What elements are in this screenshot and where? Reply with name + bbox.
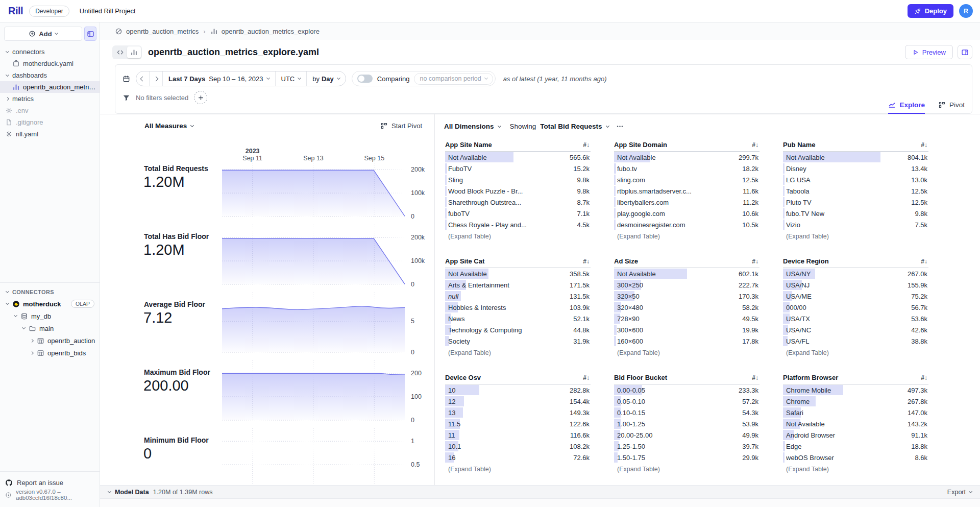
preview-button[interactable]: Preview <box>905 45 953 59</box>
leaderboard-row[interactable]: libertyballers.com11.2k <box>614 197 760 208</box>
viz-view-button[interactable] <box>127 46 141 58</box>
more-options-icon[interactable] <box>616 123 624 130</box>
leaderboard-row[interactable]: 1.00-1.2553.9k <box>614 418 760 429</box>
showing-measure-dropdown[interactable]: Showing Total Bid Requests <box>510 123 609 130</box>
sort-indicator[interactable]: #↓ <box>921 374 928 381</box>
measure-chart[interactable] <box>222 165 405 216</box>
deploy-button[interactable]: Deploy <box>908 4 953 18</box>
leaderboard-row[interactable]: desmoinesregister.com10.5k <box>614 219 760 230</box>
sidebar-item-openrtb-auction-metrics-expl-[interactable]: openrtb_auction_metrics_expl... <box>0 81 100 93</box>
leaderboard-row[interactable]: Chrome Mobile497.3k <box>783 384 928 396</box>
expand-table-link[interactable]: (Expand Table) <box>783 347 928 359</box>
leaderboard-row[interactable]: 1.50-1.7529.9k <box>614 452 760 463</box>
leaderboard-row[interactable]: 1.25-1.5039.7k <box>614 441 760 452</box>
expand-table-link[interactable]: (Expand Table) <box>783 230 928 243</box>
leaderboard-header[interactable]: Device Region#↓ <box>783 255 928 268</box>
sidebar-collapse-button[interactable] <box>84 27 96 41</box>
sort-indicator[interactable]: #↓ <box>752 374 760 381</box>
leaderboard-row[interactable]: 160×60017.8k <box>614 335 760 347</box>
leaderboard-row[interactable]: 12154.4k <box>445 396 591 407</box>
leaderboard-header[interactable]: Bid Floor Bucket#↓ <box>614 371 760 384</box>
leaderboard-row[interactable]: webOS Browser8.6k <box>783 452 928 463</box>
leaderboard-row[interactable]: rtbplus.smartadserver.c...11.6k <box>614 185 760 197</box>
add-filter-button[interactable] <box>194 91 207 104</box>
sidebar-item-metrics[interactable]: metrics <box>0 93 100 105</box>
leaderboard-row[interactable]: Android Browser91.1k <box>783 429 928 441</box>
leaderboard-header[interactable]: App Site Domain#↓ <box>614 138 760 152</box>
leaderboard-row[interactable]: 0.05-0.1057.2k <box>614 396 760 407</box>
leaderboard-row[interactable]: null131.5k <box>445 291 591 302</box>
leaderboard-row[interactable]: Sharethrough Outstrea...8.7k <box>445 197 591 208</box>
all-measures-dropdown[interactable]: All Measures <box>144 122 193 130</box>
expand-table-link[interactable]: (Expand Table) <box>445 347 591 359</box>
measure-chart[interactable] <box>222 233 405 284</box>
expand-table-link[interactable]: (Expand Table) <box>614 463 760 475</box>
connector-item-openrtb_auction[interactable]: openrtb_auction <box>0 334 100 347</box>
grain-dropdown[interactable]: byDay <box>307 71 346 86</box>
sort-indicator[interactable]: #↓ <box>921 258 928 265</box>
sidebar-item-motherduck-yaml[interactable]: motherduck.yaml <box>0 58 100 69</box>
leaderboard-row[interactable]: Edge18.8k <box>783 441 928 452</box>
leaderboard-row[interactable]: Disney13.4k <box>783 163 928 174</box>
expand-table-link[interactable]: (Expand Table) <box>614 347 760 359</box>
leaderboard-row[interactable]: fubo.TV New9.8k <box>783 208 928 219</box>
leaderboard-row[interactable]: Arts & Entertainment171.5k <box>445 279 591 291</box>
leaderboard-row[interactable]: Not Available804.1k <box>783 152 928 163</box>
leaderboard-row[interactable]: 10282.8k <box>445 384 591 396</box>
export-button[interactable]: Export <box>937 489 972 496</box>
rill-logo[interactable]: Rill <box>8 5 23 17</box>
leaderboard-row[interactable]: 11116.6k <box>445 429 591 441</box>
leaderboard-row[interactable]: Wood Block Puzzle - Br...9.8k <box>445 185 591 197</box>
measure-chart[interactable] <box>222 301 405 352</box>
leaderboard-row[interactable]: 11.5122.6k <box>445 418 591 429</box>
add-button[interactable]: Add <box>4 27 82 41</box>
timezone-dropdown[interactable]: UTC <box>276 71 307 86</box>
sort-indicator[interactable]: #↓ <box>752 141 760 149</box>
leaderboard-row[interactable]: USA/TX53.6k <box>783 313 928 324</box>
measure-chart[interactable] <box>222 369 405 420</box>
leaderboard-row[interactable]: Society31.9k <box>445 335 591 347</box>
next-period-button[interactable] <box>150 71 163 86</box>
sidebar-item--env[interactable]: .env <box>0 105 100 116</box>
leaderboard-row[interactable]: 728×9049.5k <box>614 313 760 324</box>
leaderboard-row[interactable]: 1672.6k <box>445 452 591 463</box>
leaderboard-row[interactable]: Hobbies & Interests103.9k <box>445 302 591 313</box>
leaderboard-row[interactable]: Not Available299.7k <box>614 152 760 163</box>
sort-indicator[interactable]: #↓ <box>583 141 591 149</box>
sidebar-item-dashboards[interactable]: dashboards <box>0 69 100 81</box>
connector-item-main[interactable]: main <box>0 322 100 334</box>
measure-label[interactable]: Maximum Bid Floor <box>144 368 226 376</box>
leaderboard-row[interactable]: Vizio7.5k <box>783 219 928 230</box>
leaderboard-row[interactable]: USA/ME75.2k <box>783 291 928 302</box>
sidebar-item-rill-yaml[interactable]: rill.yaml <box>0 128 100 140</box>
time-range-dropdown[interactable]: Last 7 Days Sep 10 – 16, 2023 <box>163 71 276 86</box>
connector-motherduck[interactable]: motherduck OLAP <box>0 298 100 310</box>
leaderboard-row[interactable]: LG USA13.0k <box>783 174 928 185</box>
leaderboard-row[interactable]: Technology & Computing44.8k <box>445 324 591 335</box>
tab-explore[interactable]: Explore <box>888 101 925 114</box>
expand-table-link[interactable]: (Expand Table) <box>445 463 591 475</box>
tab-pivot[interactable]: Pivot <box>938 101 965 114</box>
leaderboard-row[interactable]: Not Available143.2k <box>783 418 928 429</box>
leaderboard-row[interactable]: USA/NY267.0k <box>783 268 928 279</box>
leaderboard-row[interactable]: Not Available602.1k <box>614 268 760 279</box>
leaderboard-row[interactable]: sling.com12.5k <box>614 174 760 185</box>
leaderboard-row[interactable]: fubo.tv18.2k <box>614 163 760 174</box>
leaderboard-row[interactable]: 300×250222.7k <box>614 279 760 291</box>
leaderboard-row[interactable]: 20.00-25.0049.9k <box>614 429 760 441</box>
avatar[interactable]: R <box>959 4 973 18</box>
sort-indicator[interactable]: #↓ <box>583 374 591 381</box>
sort-indicator[interactable]: #↓ <box>752 258 760 265</box>
sort-indicator[interactable]: #↓ <box>583 258 591 265</box>
model-data-toggle[interactable]: Model Data 1.20M of 1.39M rows <box>108 489 212 496</box>
leaderboard-row[interactable]: 13149.3k <box>445 407 591 418</box>
leaderboard-row[interactable]: USA/NC42.6k <box>783 324 928 335</box>
leaderboard-row[interactable]: 320×50170.3k <box>614 291 760 302</box>
leaderboard-row[interactable]: News52.1k <box>445 313 591 324</box>
breadcrumb-metrics[interactable]: openrtb_auction_metrics <box>115 28 199 35</box>
prev-period-button[interactable] <box>136 71 150 86</box>
leaderboard-row[interactable]: 10.1108.2k <box>445 441 591 452</box>
leaderboard-row[interactable]: 320×48058.2k <box>614 302 760 313</box>
measure-label[interactable]: Total Bid Requests <box>144 164 226 173</box>
sidebar-item--gitignore[interactable]: .gitignore <box>0 116 100 128</box>
